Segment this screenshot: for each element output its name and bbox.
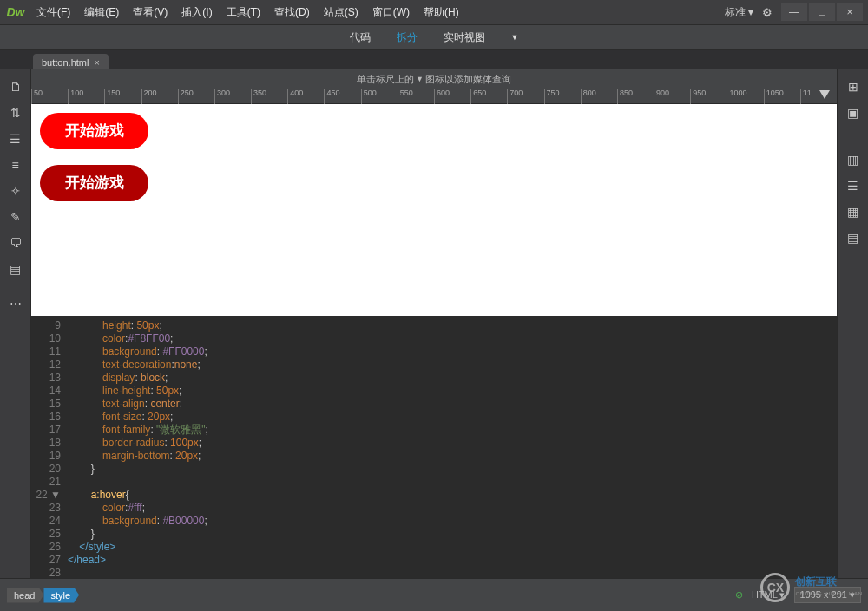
code-line[interactable]: height: 50px;: [68, 319, 837, 332]
line-number: 22 ▼: [31, 489, 61, 502]
code-line[interactable]: }: [68, 528, 837, 541]
menu-window[interactable]: 窗口(W): [367, 2, 415, 23]
workspace-switcher[interactable]: 标准 ▾: [725, 5, 753, 20]
line-number: 20: [31, 463, 61, 476]
ruler-tick: 1050: [764, 89, 784, 104]
chevron-down-icon[interactable]: ▼: [506, 30, 524, 45]
breadcrumb: head style: [7, 588, 79, 603]
view-split[interactable]: 拆分: [391, 27, 423, 49]
tab-filename: button.html: [42, 57, 89, 68]
menu-view[interactable]: 查看(V): [128, 2, 173, 23]
line-number: 10: [31, 332, 61, 345]
panel2-icon[interactable]: ☰: [847, 179, 858, 193]
maximize-button[interactable]: □: [809, 3, 835, 21]
menu-find[interactable]: 查找(D): [269, 2, 315, 23]
code-line[interactable]: border-radius: 100px;: [68, 437, 837, 450]
code-line[interactable]: </head>: [68, 554, 837, 567]
line-number: 21: [31, 476, 61, 489]
grid-icon[interactable]: ⊞: [848, 80, 858, 94]
ruler-tick: 300: [214, 89, 230, 104]
menu-insert[interactable]: 插入(I): [176, 2, 217, 23]
status-bar: head style ⊘ HTML ▾ 1095 x 291 ▾: [0, 578, 868, 611]
live-preview[interactable]: 开始游戏 开始游戏: [31, 104, 837, 316]
panel4-icon[interactable]: ▤: [847, 231, 858, 245]
tab-close-icon[interactable]: ×: [94, 57, 99, 68]
code-line[interactable]: font-size: 20px;: [68, 411, 837, 424]
link-icon[interactable]: ✧: [10, 184, 21, 198]
code-line[interactable]: }: [68, 463, 837, 476]
preview-button-1[interactable]: 开始游戏: [40, 113, 148, 149]
view-live[interactable]: 实时视图: [438, 27, 490, 49]
ruler-tick: 450: [324, 89, 339, 104]
language-selector[interactable]: HTML ▾: [752, 589, 786, 601]
code-line[interactable]: </style>: [68, 541, 837, 554]
code-line[interactable]: line-height: 50px;: [68, 384, 837, 397]
code-line[interactable]: [68, 567, 837, 578]
assets-icon[interactable]: ☰: [10, 132, 21, 146]
code-line[interactable]: background: #B00000;: [68, 515, 837, 528]
ruler-tick: 950: [690, 89, 706, 104]
gear-icon[interactable]: ⚙: [762, 6, 773, 19]
line-number: 16: [31, 411, 61, 424]
code-line[interactable]: font-family: "微软雅黑";: [68, 424, 837, 437]
panel3-icon[interactable]: ▦: [847, 205, 858, 219]
line-gutter: 910111213141516171819202122 ▼23242526272…: [31, 316, 68, 578]
ruler-marker-icon[interactable]: [819, 90, 830, 99]
file-icon[interactable]: 🗋: [10, 80, 22, 94]
line-number: 18: [31, 437, 61, 450]
more-icon[interactable]: ⋯: [10, 297, 22, 311]
panel1-icon[interactable]: ▥: [847, 153, 858, 167]
menu-help[interactable]: 帮助(H): [418, 2, 464, 23]
code-line[interactable]: color:#fff;: [68, 502, 837, 515]
code-line[interactable]: text-decoration:none;: [68, 358, 837, 371]
code-editor[interactable]: 910111213141516171819202122 ▼23242526272…: [31, 316, 837, 578]
preview-button-2[interactable]: 开始游戏: [40, 165, 148, 201]
code-content[interactable]: height: 50px; color:#F8FF00; background:…: [68, 316, 837, 578]
crumb-style[interactable]: style: [43, 588, 79, 603]
settings-icon[interactable]: ⇅: [10, 106, 21, 120]
menu-edit[interactable]: 编辑(E): [79, 2, 124, 23]
ruler-tick: 50: [31, 89, 43, 104]
code-line[interactable]: a:hover{: [68, 489, 837, 502]
code-line[interactable]: [68, 476, 837, 489]
hint-post: 图标以添加媒体查询: [425, 73, 511, 86]
menu-tools[interactable]: 工具(T): [221, 2, 266, 23]
code-line[interactable]: color:#F8FF00;: [68, 332, 837, 345]
minimize-button[interactable]: —: [781, 3, 807, 21]
viewport-dimensions[interactable]: 1095 x 291 ▾: [794, 587, 862, 603]
code-line[interactable]: background: #FF0000;: [68, 345, 837, 358]
code-line[interactable]: margin-bottom: 20px;: [68, 450, 837, 463]
ruler-tick: 900: [654, 89, 669, 104]
line-number: 24: [31, 515, 61, 528]
menu-site[interactable]: 站点(S): [319, 2, 364, 23]
ruler-tick: 250: [178, 89, 194, 104]
image-icon[interactable]: ▣: [847, 106, 858, 120]
document-tab-bar: button.html ×: [0, 50, 868, 71]
ruler-tick: 150: [104, 89, 120, 104]
left-toolbar: 🗋 ⇅ ☰ ≡ ✧ ✎ 🗨 ▤ ⋯: [0, 69, 31, 578]
comment-icon[interactable]: 🗨: [10, 236, 22, 250]
menu-file[interactable]: 文件(F): [31, 2, 76, 23]
ruler-tick: 800: [581, 89, 596, 104]
ruler-tick: 600: [434, 89, 450, 104]
code-line[interactable]: text-align: center;: [68, 397, 837, 411]
line-number: 25: [31, 528, 61, 541]
line-number: 23: [31, 502, 61, 515]
close-button[interactable]: ×: [837, 3, 863, 21]
main-menu: 文件(F) 编辑(E) 查看(V) 插入(I) 工具(T) 查找(D) 站点(S…: [31, 2, 725, 23]
crumb-head[interactable]: head: [7, 588, 43, 603]
line-number: 17: [31, 424, 61, 437]
view-code[interactable]: 代码: [345, 27, 376, 49]
document-tab[interactable]: button.html ×: [33, 54, 108, 71]
media-query-hint: 单击标尺上的 ▼ 图标以添加媒体查询: [31, 69, 837, 89]
hint-pre: 单击标尺上的: [357, 73, 414, 86]
brush-icon[interactable]: ✎: [10, 210, 21, 224]
list-icon[interactable]: ≡: [11, 158, 18, 172]
line-number: 14: [31, 384, 61, 397]
line-number: 15: [31, 397, 61, 411]
triangle-down-icon: ▼: [416, 75, 424, 83]
ruler-tick: 100: [68, 89, 83, 104]
code-line[interactable]: display: block;: [68, 371, 837, 384]
page-icon[interactable]: ▤: [10, 262, 21, 276]
ruler[interactable]: 5010015020025030035040045050055060065070…: [31, 89, 837, 104]
